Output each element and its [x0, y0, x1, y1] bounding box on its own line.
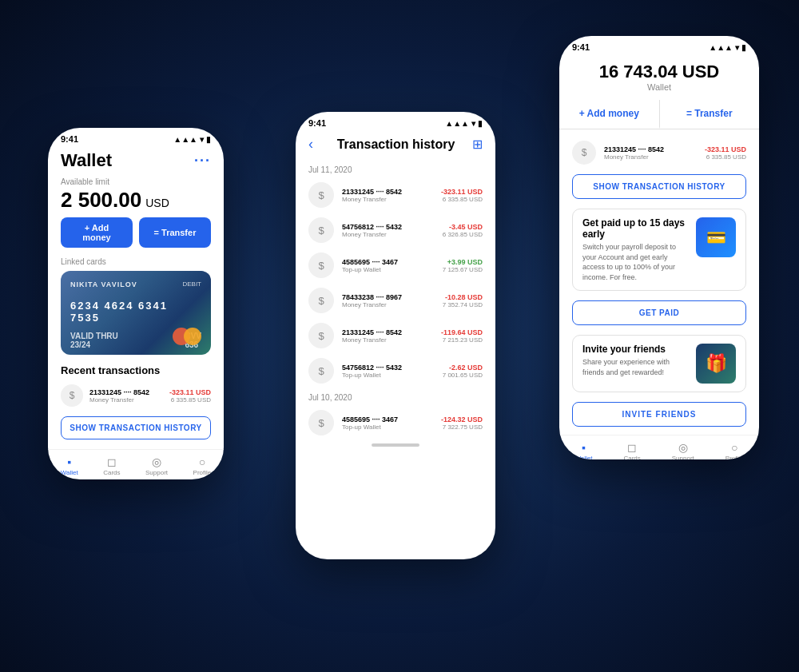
calendar-icon[interactable]: ⊞ — [472, 137, 483, 152]
tx-type-1: Money Transfer — [342, 196, 433, 203]
p3-tx-row: $ 21331245 ···· 8542 Money Transfer -323… — [559, 136, 759, 169]
p3-nav-cards-label: Cards — [623, 455, 640, 459]
tx-amounts-2: -3.45 USD 6 326.85 USD — [443, 223, 483, 238]
wallet-currency: USD — [145, 197, 169, 209]
more-options-button[interactable]: ··· — [194, 153, 211, 169]
cards-nav-icon: ◻ — [105, 456, 119, 467]
add-money-button[interactable]: + Add money — [61, 217, 133, 248]
signal-icon: ▲▲▲ — [173, 135, 197, 144]
wallet-amount: 2 500.00 USD — [48, 186, 224, 217]
tx-type-6: Top-up Wallet — [342, 372, 435, 379]
p3-add-money-button[interactable]: + Add money — [559, 100, 660, 129]
wallet-nav-icon: ▪ — [62, 456, 77, 467]
tx-account-6: 54756812 ···· 5432 — [342, 364, 435, 372]
tx-type-7: Top-up Wallet — [342, 423, 433, 431]
tx-row-4: $ 78433238 ···· 8967 Money Transfer -10.… — [296, 283, 495, 318]
nav-support-label: Support — [145, 469, 168, 476]
tx-balance-5: 7 215.23 USD — [441, 336, 483, 344]
tx-amounts-4: -10.28 USD 7 352.74 USD — [443, 293, 483, 308]
limit-label: Available limit — [48, 177, 224, 186]
tx-icon-7: $ — [308, 410, 334, 435]
support-nav-icon: ◎ — [149, 456, 164, 467]
battery-icon-3: ▮ — [741, 43, 746, 52]
nav-profile[interactable]: ○ Profile — [193, 456, 212, 479]
p3-profile-nav-icon: ○ — [727, 442, 741, 453]
tx-amount-3: +3.99 USD — [443, 258, 483, 266]
tx-amount-5: -119.64 USD — [441, 328, 483, 336]
tx-amount-2: -3.45 USD — [443, 223, 483, 231]
card-type: DEBIT — [182, 280, 201, 288]
tx-account-4: 78433238 ···· 8967 — [342, 293, 435, 301]
promo2-text: Invite your friends Share your experienc… — [582, 344, 690, 377]
tx-account-3: 4585695 ···· 3467 — [342, 258, 435, 266]
p3-support-nav-icon: ◎ — [676, 442, 690, 453]
p3-nav-profile[interactable]: ○ Profile — [725, 442, 744, 459]
tx-info-5: 21331245 ···· 8542 Money Transfer — [342, 328, 433, 344]
promo-invite-card: Invite your friends Share your experienc… — [572, 335, 746, 392]
card-holder-name: NIKITA VAVILOV — [70, 280, 201, 288]
tx-icon-5: $ — [308, 323, 334, 348]
p3-wallet-label: Wallet — [572, 82, 746, 92]
phone-right: 9:41 ▲▲▲ ▾ ▮ 16 743.04 USD Wallet + Add … — [559, 36, 759, 459]
phone-transactions: 9:41 ▲▲▲ ▾ ▮ ‹ Transaction history ⊞ Jul… — [296, 112, 495, 559]
status-time-1: 9:41 — [61, 134, 78, 144]
p3-tx-account: 21331245 ···· 8542 — [604, 145, 697, 153]
tx-icon-2: $ — [308, 217, 334, 243]
tx-amounts: -323.11 USD 6 335.85 USD — [169, 388, 211, 404]
date-header-2: Jul 10, 2020 — [296, 388, 495, 405]
tx-icon: $ — [61, 384, 83, 407]
promo1-title: Get paid up to 15 days early — [582, 217, 690, 240]
tx-balance-7: 7 322.75 USD — [441, 423, 483, 431]
p3-nav-profile-label: Profile — [725, 455, 744, 459]
status-time-3: 9:41 — [572, 42, 590, 52]
valid-value: 23/24 — [70, 340, 118, 349]
tx-info-1: 21331245 ···· 8542 Money Transfer — [342, 188, 433, 203]
back-button[interactable]: ‹ — [308, 136, 313, 153]
tx-amounts-7: -124.32 USD 7 322.75 USD — [441, 416, 483, 431]
tx-account-7: 4585695 ···· 3467 — [342, 416, 433, 423]
p3-nav-wallet-label: Wallet — [575, 455, 593, 459]
tx-info-4: 78433238 ···· 8967 Money Transfer — [342, 293, 435, 308]
nav-cards[interactable]: ◻ Cards — [103, 456, 120, 479]
battery-icon-2: ▮ — [478, 119, 483, 128]
invite-friends-button[interactable]: INVITE FRIENDS — [572, 402, 746, 427]
tx-account-1: 21331245 ···· 8542 — [342, 188, 433, 196]
get-paid-button[interactable]: GET PAID — [572, 300, 746, 325]
tx-info-7: 4585695 ···· 3467 Top-up Wallet — [342, 416, 433, 431]
wallet-amount-value: 2 500.00 — [61, 188, 141, 213]
p3-nav-cards[interactable]: ◻ Cards — [623, 442, 640, 459]
tx-balance-2: 6 326.85 USD — [443, 231, 483, 238]
profile-nav-icon: ○ — [195, 456, 209, 467]
status-bar-3: 9:41 ▲▲▲ ▾ ▮ — [559, 36, 759, 55]
payment-card: NIKITA VAVILOV 6234 4624 6341 7535 VALID… — [61, 271, 211, 355]
phone-wallet: 9:41 ▲▲▲ ▾ ▮ Wallet ··· Available limit … — [48, 128, 224, 479]
nav-support[interactable]: ◎ Support — [145, 456, 168, 479]
status-icons-2: ▲▲▲ ▾ ▮ — [445, 119, 483, 128]
tx-info-3: 4585695 ···· 3467 Top-up Wallet — [342, 258, 435, 273]
status-bar-2: 9:41 ▲▲▲ ▾ ▮ — [296, 112, 495, 131]
wallet-title: Wallet — [61, 150, 112, 171]
p3-amount-section: 16 743.04 USD Wallet — [559, 55, 759, 100]
tx-type: Money Transfer — [89, 396, 163, 404]
p3-show-tx-button[interactable]: SHOW TRANSACTION HISTORY — [572, 174, 746, 199]
p3-transfer-button[interactable]: = Transfer — [660, 100, 760, 129]
p3-wallet-nav-icon: ▪ — [576, 442, 590, 453]
p3-tx-amount: -323.11 USD — [705, 145, 746, 153]
tx-balance: 6 335.85 USD — [169, 396, 211, 404]
p3-nav-support[interactable]: ◎ Support — [672, 442, 694, 459]
transfer-button[interactable]: = Transfer — [139, 217, 211, 248]
tx-amount-6: -2.62 USD — [443, 364, 483, 372]
p3-tx-type: Money Transfer — [604, 153, 697, 161]
promo2-image: 🎁 — [696, 344, 736, 384]
bottom-nav-3: ▪ Wallet ◻ Cards ◎ Support ○ Profile — [559, 435, 759, 459]
p3-tx-amounts: -323.11 USD 6 335.85 USD — [705, 145, 746, 161]
wallet-header: Wallet ··· — [48, 147, 224, 177]
tx-row-1: $ 21331245 ···· 8542 Money Transfer -323… — [296, 177, 495, 213]
tx-balance-4: 7 352.74 USD — [443, 301, 483, 308]
tx-amount: -323.11 USD — [169, 388, 211, 396]
date-header-1: Jul 11, 2020 — [296, 161, 495, 177]
nav-wallet[interactable]: ▪ Wallet — [61, 456, 78, 479]
show-history-button[interactable]: SHOW TRANSACTION HISTORY — [61, 416, 211, 439]
p3-nav-wallet[interactable]: ▪ Wallet — [575, 442, 593, 459]
tx-row-6: $ 54756812 ···· 5432 Top-up Wallet -2.62… — [296, 353, 495, 388]
